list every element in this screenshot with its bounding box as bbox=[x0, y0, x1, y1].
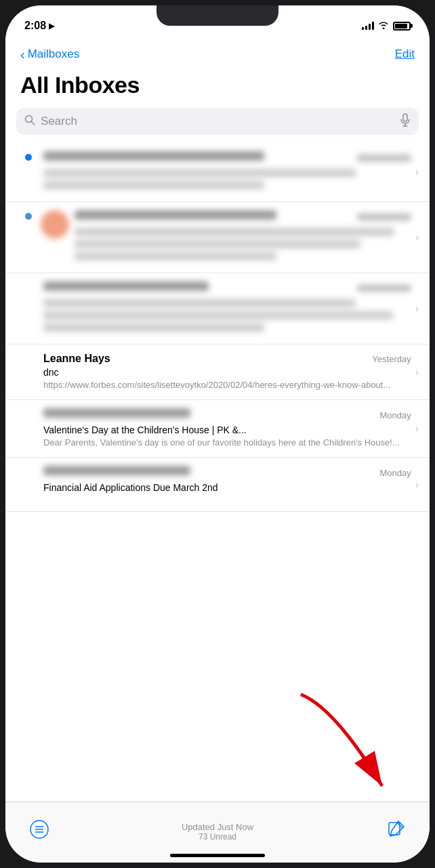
bottom-toolbar: Updated Just Now 73 Unread bbox=[5, 802, 430, 863]
signal-bars-icon bbox=[362, 22, 374, 30]
email-preview-5: Dear Parents, Valentine's day is one of … bbox=[43, 437, 411, 449]
battery-icon bbox=[393, 22, 411, 31]
email-subject-6: Financial Aid Applications Due March 2nd bbox=[43, 482, 411, 493]
email-item-3[interactable]: › bbox=[5, 273, 430, 344]
email-item-2[interactable]: › bbox=[5, 202, 430, 273]
microphone-icon[interactable] bbox=[400, 113, 411, 130]
email-content-3 bbox=[41, 281, 411, 336]
email-content-1 bbox=[41, 151, 411, 193]
search-bar[interactable]: Search bbox=[16, 108, 419, 135]
email-unread-indicator-2 bbox=[16, 210, 41, 220]
time-display: 2:08 bbox=[24, 20, 46, 32]
search-placeholder: Search bbox=[41, 115, 394, 128]
email-date-6: Monday bbox=[379, 468, 411, 478]
email-item-5-valentines[interactable]: Monday Valentine's Day at the Children's… bbox=[5, 400, 430, 458]
email-spacer-3 bbox=[16, 281, 41, 284]
chevron-right-icon-2: › bbox=[411, 231, 419, 243]
phone-screen: 2:08 ▶ ‹ Mailboxes Edit bbox=[5, 5, 430, 863]
svg-rect-2 bbox=[403, 114, 407, 121]
navigation-bar: ‹ Mailboxes Edit bbox=[5, 39, 430, 69]
toolbar-content: Updated Just Now 73 Unread bbox=[5, 802, 430, 854]
email-preview-4: https://www.forbes.com/sites/lisettevoyt… bbox=[43, 379, 411, 391]
phone-notch bbox=[157, 5, 278, 26]
email-subject-4: dnc bbox=[43, 367, 411, 378]
chevron-left-icon: ‹ bbox=[20, 47, 25, 62]
unread-count: 73 Unread bbox=[182, 832, 253, 842]
status-icons bbox=[362, 21, 411, 31]
email-content-5: Monday Valentine's Day at the Children's… bbox=[41, 408, 411, 449]
email-avatar-2 bbox=[41, 210, 69, 239]
back-label: Mailboxes bbox=[28, 47, 80, 61]
back-button[interactable]: ‹ Mailboxes bbox=[20, 47, 79, 62]
updated-text: Updated Just Now bbox=[182, 822, 253, 832]
email-content-2 bbox=[75, 210, 411, 264]
chevron-right-icon-4: › bbox=[411, 366, 419, 378]
edit-button[interactable]: Edit bbox=[395, 47, 415, 61]
email-item-4-leanne-hays[interactable]: Leanne Hays Yesterday dnc https://www.fo… bbox=[5, 344, 430, 400]
email-spacer-4 bbox=[16, 353, 41, 355]
status-time: 2:08 ▶ bbox=[24, 20, 54, 32]
page-title: All Inboxes bbox=[20, 72, 415, 98]
compose-button[interactable] bbox=[386, 820, 405, 843]
email-list: › › bbox=[5, 143, 430, 803]
email-sender-4: Leanne Hays bbox=[43, 353, 110, 365]
email-item-6-financial-aid[interactable]: Monday Financial Aid Applications Due Ma… bbox=[5, 458, 430, 512]
phone-frame: 2:08 ▶ ‹ Mailboxes Edit bbox=[0, 0, 435, 868]
page-title-section: All Inboxes bbox=[5, 69, 430, 105]
chevron-right-icon-6: › bbox=[411, 479, 419, 491]
home-indicator bbox=[170, 854, 265, 857]
wifi-icon bbox=[378, 21, 389, 31]
svg-line-1 bbox=[32, 122, 35, 125]
filter-button[interactable] bbox=[30, 820, 49, 843]
email-item-1[interactable]: › bbox=[5, 143, 430, 202]
chevron-right-icon-5: › bbox=[411, 422, 419, 435]
chevron-right-icon-3: › bbox=[411, 302, 419, 315]
unread-dot bbox=[25, 154, 32, 161]
location-icon: ▶ bbox=[49, 22, 54, 31]
toolbar-status: Updated Just Now 73 Unread bbox=[182, 822, 253, 842]
email-date-4: Yesterday bbox=[372, 354, 411, 364]
email-subject-5: Valentine's Day at the Children's House … bbox=[43, 425, 411, 435]
unread-dot-2 bbox=[25, 213, 32, 220]
email-unread-indicator-1 bbox=[16, 151, 41, 161]
email-content-6: Monday Financial Aid Applications Due Ma… bbox=[41, 466, 411, 494]
email-content-4: Leanne Hays Yesterday dnc https://www.fo… bbox=[41, 353, 411, 391]
search-icon bbox=[24, 115, 35, 128]
email-date-5: Monday bbox=[379, 410, 411, 420]
email-spacer-6 bbox=[16, 466, 41, 469]
email-spacer-5 bbox=[16, 408, 41, 411]
chevron-right-icon: › bbox=[411, 166, 419, 178]
search-section: Search bbox=[5, 105, 430, 143]
